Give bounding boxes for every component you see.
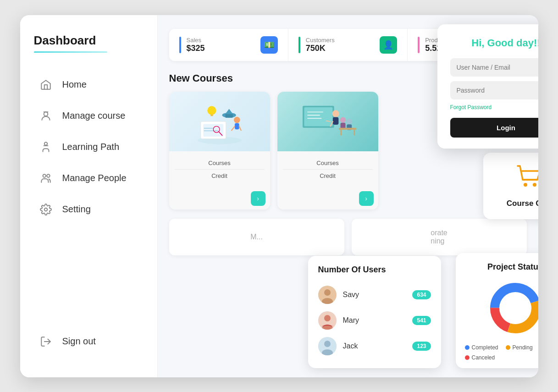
user-badge-jack: 123 [412,342,431,351]
course-card-1-img [169,92,270,151]
sales-bar [179,37,181,53]
course-cart: Course Cart [483,153,538,219]
legend-pending: Pending [506,344,533,351]
login-popup: Hi, Good day!! Forgot Password Sign Up L… [437,24,538,149]
sales-value: $325 [187,44,205,53]
sidebar: Dashboard Home Manage course [20,15,158,377]
main-content: Sales $325 💵 Customers 750K 👤 Products 5… [158,15,538,377]
svg-line-21 [232,126,235,130]
username-input[interactable] [450,58,538,77]
sidebar-item-home[interactable]: Home [34,71,144,99]
svg-rect-11 [204,130,218,131]
course-card-2-footer: › [277,188,378,210]
course-card-1-footer: › [169,188,270,210]
svg-rect-10 [204,127,213,128]
svg-rect-33 [340,122,345,128]
sidebar-item-setting[interactable]: Setting [34,196,144,223]
manage-course-label: Manage course [62,110,126,121]
svg-rect-36 [339,127,356,129]
user-badge-mary: 541 [412,316,431,325]
password-input[interactable] [450,81,538,99]
course-card-2-label: Courses [283,157,373,170]
course-card-1-credit: Credit [175,170,265,182]
pending-label: Pending [513,344,533,351]
course-card-2-body: Courses Credit [277,151,378,188]
course-card-2-img [277,92,378,151]
svg-point-5 [44,208,47,211]
dashboard-title: Dashboard [34,33,144,48]
user-name-mary: Mary [343,316,406,325]
setting-label: Setting [62,204,91,215]
pending-dot [506,345,510,350]
donut-chart [465,278,538,338]
user-avatar-jack [318,337,337,355]
cart-icon [515,164,538,194]
login-title: Hi, Good day!! [450,37,538,49]
project-status: Project Status Comple [456,253,538,368]
main-container: Dashboard Home Manage course [20,15,538,377]
svg-point-46 [324,289,331,296]
user-name-jack: Jack [343,342,406,350]
course-card-2-arrow[interactable]: › [359,191,374,206]
user-row-savy: Savy 634 [318,282,431,308]
svg-rect-20 [235,123,239,129]
signout-icon [39,334,53,349]
user-row-mary: Mary 541 [318,308,431,333]
users-popup: Number Of Users Savy 634 [308,256,441,368]
svg-point-28 [332,110,339,117]
svg-point-3 [43,174,46,177]
stat-sales: Sales $325 💵 [169,29,288,61]
users-title: Number Of Users [318,265,431,275]
svg-point-15 [207,106,216,115]
svg-point-19 [233,116,240,123]
svg-rect-37 [340,129,342,135]
course-card-1-arrow[interactable]: › [251,191,265,206]
user-name-savy: Savy [343,291,406,299]
sidebar-item-manage-course[interactable]: Manage course [34,102,144,130]
learning-path-icon [39,140,53,155]
user-row-jack: Jack 123 [318,333,431,359]
svg-point-49 [324,315,331,321]
home-icon [39,77,53,92]
completed-dot [465,345,470,350]
svg-rect-13 [225,114,233,117]
sales-label: Sales [187,37,205,44]
svg-rect-38 [354,129,355,135]
svg-marker-14 [225,109,233,114]
svg-point-44 [502,294,529,322]
svg-point-40 [533,183,536,187]
bottom-row: M... oratening [169,219,527,255]
svg-line-22 [239,126,241,130]
cart-title: Course Cart [507,199,538,208]
products-bar [418,37,420,53]
customers-value: 750K [306,44,335,53]
svg-point-32 [340,117,345,122]
svg-rect-16 [210,114,213,116]
legend-completed: Completed [465,344,498,351]
mini-card-2: oratening [352,219,527,255]
course-card-1: Courses Credit › [169,92,270,210]
sidebar-item-learning-path[interactable]: Learning Path [34,133,144,161]
legend-canceled: Canceled [465,354,495,361]
course-card-1-body: Courses Credit [169,151,270,188]
svg-rect-29 [333,117,338,125]
sidebar-item-manage-people[interactable]: Manage People [34,165,144,192]
chart-legend: Completed Pending Canceled [465,344,538,361]
manage-people-label: Manage People [62,173,127,183]
course-card-2: Courses Credit › [277,92,378,210]
canceled-dot [465,355,470,360]
customers-bar [298,37,300,53]
stat-customers: Customers 750K 👤 [288,29,408,61]
user-badge-savy: 634 [412,290,431,299]
svg-point-52 [324,341,331,347]
svg-point-39 [524,183,527,187]
sidebar-divider [34,51,107,53]
sales-icon-box: 💵 [260,36,278,54]
login-button[interactable]: Login [450,118,538,138]
svg-point-2 [44,142,47,145]
forgot-password-link[interactable]: Forgot Password [450,104,492,110]
setting-icon [39,202,53,217]
sidebar-item-signout[interactable]: Sign out [34,328,144,355]
completed-label: Completed [472,344,498,351]
manage-people-icon [39,171,53,186]
